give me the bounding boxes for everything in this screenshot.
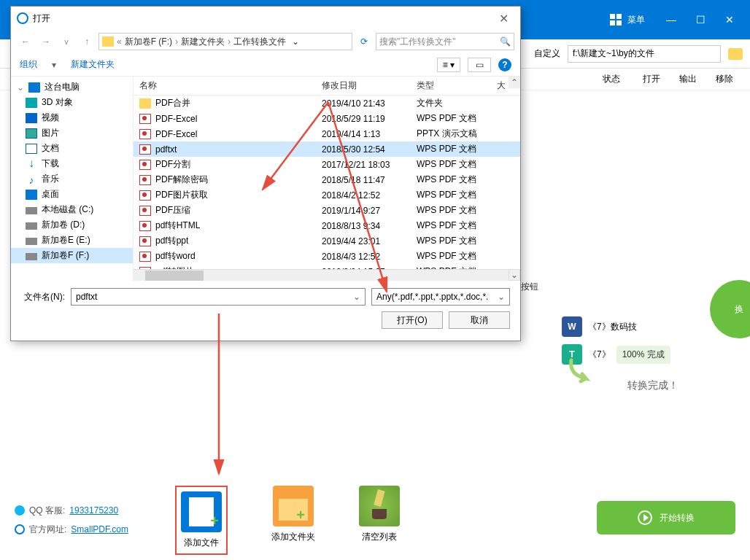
annotation-button-label: 按钮 [521, 281, 538, 293]
progress-badge: 100% 完成 [616, 346, 670, 364]
app-logo-icon [17, 12, 28, 24]
back-button[interactable]: ← [17, 33, 34, 50]
qq-link[interactable]: 1933175230 [69, 505, 118, 516]
nav-item[interactable]: 新加卷E (E:) [11, 233, 133, 248]
support-links: QQ 客服:1933175230 官方网址:SmallPDF.com [0, 499, 146, 540]
file-row[interactable]: pdftxt2018/5/30 12:54WPS PDF 文档 [134, 141, 520, 157]
nav-icon [26, 144, 37, 154]
file-row[interactable]: PDF图片获取2018/4/2 12:52WPS PDF 文档 [134, 187, 520, 203]
file-icon [139, 221, 151, 231]
dialog-title: 打开 [33, 12, 50, 25]
qq-icon [15, 505, 25, 516]
clear-list-button[interactable]: 清空列表 [359, 486, 400, 555]
file-row[interactable]: PDF压缩2019/1/14 9:27WPS PDF 文档 [134, 203, 520, 218]
filename-input[interactable]: pdftxt⌄ [71, 288, 366, 306]
nav-item[interactable]: 视频 [11, 110, 133, 125]
help-icon[interactable]: ? [498, 58, 511, 71]
file-icon [139, 175, 151, 185]
col-type-header[interactable]: 类型 [417, 79, 497, 92]
organize-menu[interactable]: 组织 [20, 58, 37, 71]
nav-item[interactable]: 图片 [11, 125, 133, 141]
col-name-header[interactable]: 名称 [139, 79, 322, 92]
up-button[interactable]: ↑ [78, 33, 96, 50]
file-row[interactable]: pdf转ppt2019/4/4 23:01WPS PDF 文档 [134, 233, 520, 249]
nav-item[interactable]: ♪音乐 [11, 171, 133, 187]
file-row[interactable]: PDF-Excel2019/4/14 1:13PPTX 演示文稿 [134, 126, 520, 141]
nav-item[interactable]: 3D 对象 [11, 95, 133, 110]
horizontal-scrollbar[interactable] [134, 269, 509, 281]
nav-icon [28, 82, 40, 93]
nav-icon [26, 253, 37, 260]
task-item: W 《7》数码技 [562, 316, 744, 337]
folder-icon[interactable] [728, 48, 743, 60]
file-row[interactable]: PDF合并2019/4/10 21:43文件夹 [134, 96, 520, 111]
cancel-button[interactable]: 取消 [449, 311, 510, 329]
nav-item[interactable]: 本地磁盘 (C:) [11, 202, 133, 217]
refresh-button[interactable]: ⟳ [355, 36, 373, 47]
file-row[interactable]: pdf转word2018/4/3 12:52WPS PDF 文档 [134, 249, 520, 264]
start-convert-button[interactable]: 开始转换 [597, 501, 735, 534]
file-icon [139, 252, 151, 262]
custom-label[interactable]: 自定义 [534, 47, 560, 60]
dialog-footer: 文件名(N): pdftxt⌄ Any(*.pdf,*.ppt,*.pptx,*… [11, 281, 520, 336]
nav-item[interactable]: ⌄这台电脑 [11, 79, 133, 95]
ie-icon [15, 524, 25, 534]
chevron-down-icon: ⌄ [498, 292, 505, 302]
file-type-filter[interactable]: Any(*.pdf,*.ppt,*.pptx,*.doc,*.⌄ [371, 288, 510, 306]
dialog-toolbar: 组织▾ 新建文件夹 ≡ ▾ ▭ ? [11, 53, 520, 77]
nav-icon [26, 190, 37, 200]
file-row[interactable]: PDF解除密码2018/5/18 11:47WPS PDF 文档 [134, 172, 520, 187]
nav-item[interactable]: 文档 [11, 141, 133, 156]
file-row[interactable]: PDF-Excel2018/5/29 11:19WPS PDF 文档 [134, 111, 520, 126]
site-label: 官方网址: [29, 524, 66, 536]
output-path-input[interactable] [568, 45, 721, 63]
col-output: 输出 [670, 73, 706, 85]
file-icon [139, 206, 151, 216]
recent-dropdown[interactable]: v [58, 33, 75, 50]
file-icon [139, 114, 151, 124]
view-mode-button[interactable]: ≡ ▾ [437, 58, 460, 72]
chevron-down-icon[interactable]: ⌄ [289, 36, 302, 47]
menu-button[interactable]: 菜单 [598, 0, 657, 39]
qq-label: QQ 客服: [29, 505, 65, 517]
search-input[interactable]: 搜索"工作转换文件" 🔍 [376, 33, 514, 50]
menu-grid-icon [610, 14, 622, 26]
file-row[interactable]: PDF分割2017/12/21 18:03WPS PDF 文档 [134, 157, 520, 172]
bottom-bar: QQ 客服:1933175230 官方网址:SmallPDF.com + 添加文… [0, 480, 750, 560]
nav-item[interactable]: ↓下载 [11, 156, 133, 171]
dialog-close-button[interactable]: ✕ [493, 12, 514, 26]
forward-button[interactable]: → [37, 33, 55, 50]
clear-label: 清空列表 [362, 531, 397, 543]
add-folder-button[interactable]: + 添加文件夹 [271, 486, 315, 555]
nav-item[interactable]: 桌面 [11, 187, 133, 202]
nav-item[interactable]: 新加卷 (D:) [11, 217, 133, 233]
preview-pane-button[interactable]: ▭ [468, 58, 491, 72]
add-file-button[interactable]: + 添加文件 [175, 486, 228, 555]
file-row[interactable]: pdf转HTML2018/8/13 9:34WPS PDF 文档 [134, 218, 520, 233]
action-buttons: + 添加文件 + 添加文件夹 清空列表 [175, 486, 400, 555]
nav-icon: ♪ [26, 174, 37, 184]
minimize-button[interactable]: — [657, 0, 686, 39]
nav-icon [26, 207, 37, 214]
col-date-header[interactable]: 修改日期 [322, 79, 417, 92]
navigation-pane: ⌄这台电脑3D 对象视频图片文档↓下载♪音乐桌面本地磁盘 (C:)新加卷 (D:… [11, 77, 134, 281]
task-name: 《7》数码技 [588, 321, 637, 333]
add-folder-icon: + [273, 486, 314, 526]
scroll-down-button[interactable]: ⌄ [509, 269, 520, 281]
add-file-icon: + [181, 491, 222, 532]
breadcrumb[interactable]: « 新加卷F (F:)› 新建文件夹› 工作转换文件 ⌄ [98, 33, 352, 50]
file-open-dialog: 打开 ✕ ← → v ↑ « 新加卷F (F:)› 新建文件夹› 工作转换文件 … [10, 6, 521, 341]
close-button[interactable]: ✕ [715, 0, 744, 39]
dialog-nav-bar: ← → v ↑ « 新加卷F (F:)› 新建文件夹› 工作转换文件 ⌄ ⟳ 搜… [11, 30, 520, 53]
scroll-up-button[interactable]: ⌃ [509, 77, 520, 88]
maximize-button[interactable]: ☐ [686, 0, 715, 39]
nav-item[interactable]: 新加卷F (F:) [11, 248, 133, 263]
folder-icon [102, 36, 114, 47]
dialog-body: ⌄这台电脑3D 对象视频图片文档↓下载♪音乐桌面本地磁盘 (C:)新加卷 (D:… [11, 77, 520, 281]
col-status: 状态 [589, 73, 633, 85]
list-header: 名称 修改日期 类型 大 [134, 77, 520, 96]
new-folder-button[interactable]: 新建文件夹 [71, 58, 115, 71]
site-link[interactable]: SmallPDF.com [71, 524, 128, 534]
menu-label: 菜单 [627, 14, 645, 26]
open-button[interactable]: 打开(O) [382, 311, 443, 329]
